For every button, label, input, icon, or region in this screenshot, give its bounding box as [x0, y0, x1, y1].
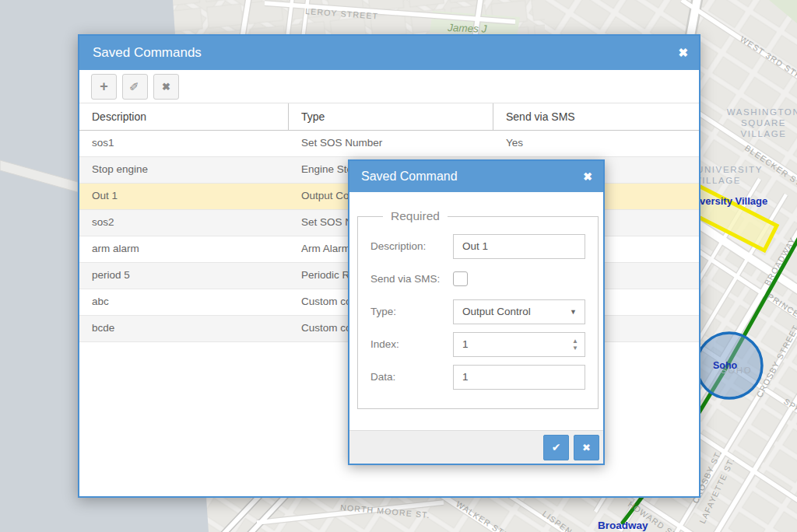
data-field-row: Data: [370, 364, 585, 390]
column-header-send-via-sms[interactable]: Send via SMS [493, 103, 699, 130]
description-label: Description: [370, 240, 453, 252]
index-label: Index: [370, 338, 453, 350]
cell-description: sos2 [79, 210, 289, 236]
cancel-icon: ✖ [582, 442, 591, 453]
area-label-university-2: VILLAGE [695, 176, 741, 185]
stepper-down-icon[interactable]: ▼ [572, 345, 578, 351]
table-header: Description Type Send via SMS [79, 103, 699, 131]
area-label-washington-3: VILLAGE [740, 129, 786, 138]
close-icon[interactable]: ✖ [678, 36, 688, 70]
type-select-value: Output Control [462, 306, 531, 317]
send-via-sms-field-row: Send via SMS: [370, 266, 585, 292]
index-stepper-value: 1 [462, 338, 469, 350]
required-legend: Required [383, 209, 448, 223]
stepper-arrows: ▲ ▼ [572, 338, 578, 351]
data-input[interactable] [453, 365, 585, 390]
column-header-type[interactable]: Type [289, 103, 493, 130]
cell-type: Set SOS Number [289, 131, 493, 156]
saved-command-footer: ✔ ✖ [349, 430, 603, 464]
cell-send-via-sms: Yes [493, 131, 699, 156]
saved-command-title: Saved Command [361, 170, 458, 183]
description-field-row: Description: [370, 233, 585, 259]
delete-command-button[interactable]: ✖ [153, 74, 179, 100]
add-command-button[interactable]: + [91, 74, 117, 100]
area-label-washington-1: WASHINGTON [727, 107, 797, 117]
type-label: Type: [370, 306, 453, 317]
type-field-row: Type: Output Control ▼ [370, 299, 585, 324]
geofence-label-soho: Soho [713, 360, 738, 371]
index-field-row: Index: 1 ▲ ▼ [370, 331, 585, 357]
saved-commands-title: Saved Commands [93, 45, 202, 60]
type-select[interactable]: Output Control ▼ [453, 299, 585, 324]
send-via-sms-checkbox[interactable] [453, 271, 468, 286]
index-stepper[interactable]: 1 ▲ ▼ [453, 332, 585, 357]
saved-commands-toolbar: + ✎ ✖ [79, 70, 699, 103]
edit-command-button[interactable]: ✎ [122, 74, 148, 100]
saved-command-dialog: Saved Command ✖ Required Description: Se… [348, 159, 605, 465]
place-label-broadway: Broadway [598, 520, 648, 531]
cell-description: arm alarm [79, 236, 289, 262]
cell-description: period 5 [79, 263, 289, 289]
cell-description: Out 1 [79, 184, 289, 209]
delete-icon: ✖ [162, 81, 170, 93]
area-label-washington-2: SQUARE [741, 118, 786, 128]
cell-description: bcde [79, 316, 289, 341]
saved-commands-header[interactable]: Saved Commands ✖ [79, 36, 699, 70]
cancel-button[interactable]: ✖ [574, 435, 599, 460]
park-label-james: James J [447, 22, 487, 35]
saved-command-header[interactable]: Saved Command ✖ [349, 161, 603, 192]
pencil-icon: ✎ [128, 82, 142, 92]
chevron-down-icon: ▼ [570, 308, 577, 316]
confirm-button[interactable]: ✔ [543, 435, 569, 460]
table-row[interactable]: sos1 Set SOS Number Yes [79, 131, 699, 157]
cell-description: abc [79, 289, 289, 315]
area-label-university-1: UNIVERSITY [697, 165, 763, 174]
check-icon: ✔ [552, 441, 561, 453]
cell-description: Stop engine [79, 157, 289, 183]
cell-description: sos1 [79, 131, 289, 156]
app-screen: LEROY STREET James J WEST 3RD STREET WAS… [0, 0, 797, 532]
data-label: Data: [370, 371, 453, 383]
stepper-up-icon[interactable]: ▲ [572, 338, 578, 344]
close-icon[interactable]: ✖ [583, 161, 592, 192]
description-input[interactable] [453, 234, 585, 259]
plus-icon: + [100, 79, 108, 95]
send-via-sms-label: Send via SMS: [370, 273, 453, 285]
required-fieldset: Required Description: Send via SMS: Type… [357, 209, 599, 409]
column-header-description[interactable]: Description [79, 103, 289, 130]
